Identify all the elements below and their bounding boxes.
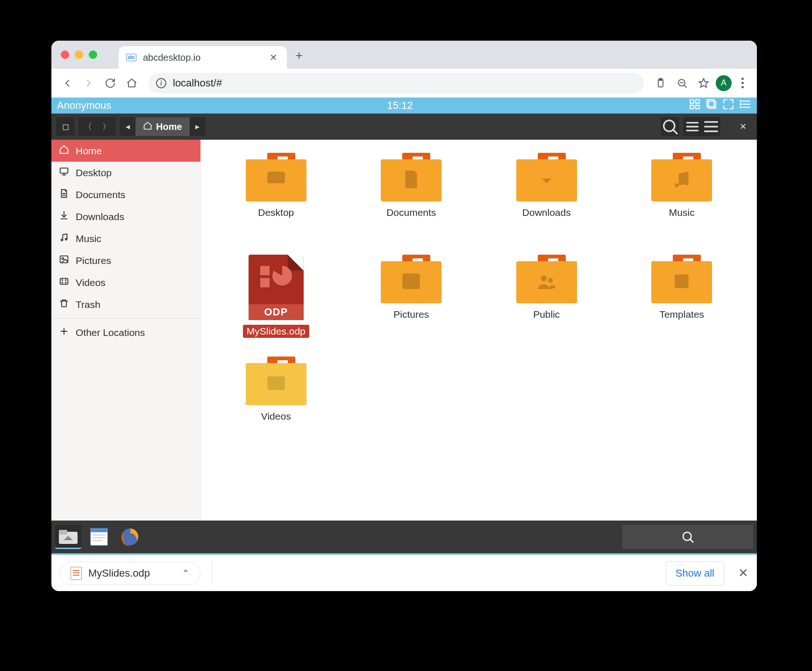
zoom-out-icon[interactable] <box>673 74 691 93</box>
svg-rect-27 <box>59 530 67 535</box>
fm-search-icon[interactable] <box>661 117 679 136</box>
svg-rect-6 <box>690 100 694 103</box>
folder-item[interactable]: Music <box>621 153 743 242</box>
shelf-divider <box>212 560 212 586</box>
sidebar-item-trash[interactable]: Trash <box>51 293 200 315</box>
sidebar-item-label: Music <box>76 233 101 244</box>
file-label: Music <box>665 206 698 219</box>
sidebar-item-other[interactable]: Other Locations <box>51 321 200 343</box>
music-icon <box>59 232 69 245</box>
topbar-clock: 15:12 <box>387 100 413 112</box>
svg-point-15 <box>740 100 741 101</box>
folder-icon <box>381 153 442 201</box>
sidebar-item-downloads[interactable]: Downloads <box>51 206 200 228</box>
file-icon <box>59 188 69 201</box>
home-icon <box>143 121 152 133</box>
reload-button[interactable] <box>101 74 120 93</box>
close-tab-button[interactable]: ✕ <box>268 50 279 65</box>
close-window-button[interactable] <box>61 50 69 59</box>
tab-strip: abc abcdesktop.io ✕ + <box>51 41 757 69</box>
file-item[interactable]: ODP MySlides.odp <box>215 255 337 343</box>
folder-item[interactable]: Templates <box>621 255 743 343</box>
trash-icon <box>59 298 69 311</box>
folder-icon <box>246 153 306 201</box>
favicon-icon: abc <box>126 54 136 61</box>
topbar-user: Anonymous <box>57 100 111 112</box>
taskbar-editor-icon[interactable] <box>86 525 112 549</box>
download-icon <box>59 210 69 223</box>
hamburger-menu-icon[interactable] <box>702 117 720 136</box>
view-list-icon[interactable] <box>683 117 702 136</box>
svg-point-17 <box>740 107 741 107</box>
taskbar-filemanager-icon[interactable] <box>55 525 81 549</box>
forward-button[interactable] <box>79 74 98 93</box>
new-tab-button[interactable]: + <box>295 48 303 63</box>
folder-icon <box>516 255 577 303</box>
sidebar-item-music[interactable]: Music <box>51 228 200 250</box>
sidebar-item-desktop[interactable]: Desktop <box>51 162 200 184</box>
download-chevron-icon[interactable]: ⌃ <box>182 568 190 579</box>
folder-item[interactable]: Videos <box>215 357 337 445</box>
plus-icon <box>59 326 69 339</box>
filemanager-body: HomeDesktopDocumentsDownloadsMusicPictur… <box>51 140 757 521</box>
desktop-taskbar <box>51 521 757 553</box>
folder-item[interactable]: Pictures <box>350 255 473 343</box>
bookmark-star-icon[interactable] <box>694 74 713 93</box>
sidebar-item-pictures[interactable]: Pictures <box>51 250 200 271</box>
desktop-topbar: Anonymous 15:12 <box>51 98 757 114</box>
folder-icon <box>651 153 712 201</box>
list-icon[interactable] <box>739 98 751 113</box>
folder-icon <box>381 255 442 303</box>
clipboard-icon[interactable] <box>651 74 670 93</box>
folder-item[interactable]: Desktop <box>215 153 337 242</box>
svg-marker-5 <box>699 79 708 87</box>
windows-icon[interactable] <box>705 98 718 113</box>
apps-grid-icon[interactable] <box>689 98 701 113</box>
taskbar-firefox-icon[interactable] <box>117 525 143 549</box>
filemanager-toolbar: ◻ 〈 〉 ◂ Home ▸ ✕ <box>51 114 757 140</box>
sidebar-item-label: Downloads <box>76 211 124 222</box>
shelf-close-button[interactable]: ✕ <box>738 566 748 580</box>
download-card[interactable]: MySlides.odp ⌃ <box>60 562 200 585</box>
breadcrumb-home[interactable]: Home <box>135 117 190 136</box>
folder-item[interactable]: Downloads <box>485 153 608 242</box>
browser-window: abc abcdesktop.io ✕ + i localhost/# A An… <box>51 41 757 591</box>
download-file-icon <box>71 567 82 580</box>
file-label: Public <box>529 308 563 321</box>
browser-menu-button[interactable] <box>734 78 750 88</box>
filemanager-sidebar: HomeDesktopDocumentsDownloadsMusicPictur… <box>51 140 201 521</box>
browser-tab[interactable]: abc abcdesktop.io ✕ <box>119 46 287 69</box>
address-bar[interactable]: i localhost/# <box>149 73 644 93</box>
stop-icon[interactable]: ◻ <box>56 117 75 136</box>
sidebar-item-label: Desktop <box>76 167 112 178</box>
svg-line-35 <box>690 539 693 542</box>
nav-back-button[interactable]: 〈 <box>78 117 97 136</box>
sidebar-item-home[interactable]: Home <box>51 140 200 162</box>
home-button[interactable] <box>122 74 141 93</box>
show-all-button[interactable]: Show all <box>666 561 724 585</box>
fm-close-button[interactable]: ✕ <box>734 117 752 136</box>
zoom-window-button[interactable] <box>89 50 97 59</box>
sidebar-item-videos[interactable]: Videos <box>51 271 200 293</box>
folder-item[interactable]: Documents <box>350 153 473 242</box>
monitor-icon <box>59 166 69 179</box>
fullscreen-icon[interactable] <box>722 98 734 113</box>
taskbar-search[interactable] <box>622 525 753 549</box>
sidebar-item-label: Trash <box>76 299 100 310</box>
folder-item[interactable]: Public <box>485 255 608 343</box>
nav-forward-button[interactable]: 〉 <box>97 117 116 136</box>
folder-icon <box>651 255 712 303</box>
back-button[interactable] <box>58 74 77 93</box>
profile-avatar[interactable]: A <box>716 75 732 91</box>
svg-rect-7 <box>696 100 699 103</box>
file-label: Documents <box>383 206 440 219</box>
sidebar-item-documents[interactable]: Documents <box>51 184 200 206</box>
path-prev-button[interactable]: ◂ <box>120 117 135 136</box>
site-info-icon[interactable]: i <box>156 78 166 88</box>
minimize-window-button[interactable] <box>75 50 83 59</box>
file-label: Videos <box>257 410 295 423</box>
svg-rect-8 <box>690 105 694 109</box>
home-icon <box>59 144 69 157</box>
path-next-button[interactable]: ▸ <box>190 117 206 136</box>
file-label: Downloads <box>519 206 575 219</box>
